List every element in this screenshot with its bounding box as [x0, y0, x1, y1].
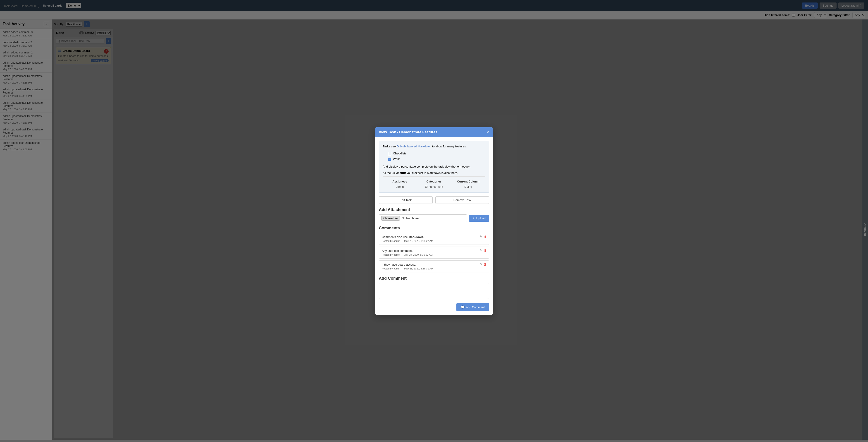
delete-comment-0-button[interactable]: 🗑: [484, 235, 487, 238]
comment-text-0: Comments also use Markdown.: [382, 235, 486, 239]
delete-comment-1-button[interactable]: 🗑: [484, 248, 487, 252]
markdown-bold: Markdown: [409, 235, 423, 239]
modal-body: Tasks use GitHub flavored Markdown to al…: [375, 137, 493, 315]
task-note1: And display a percentage complete on the…: [383, 165, 485, 169]
view-task-modal: View Task - Demonstrate Features × Tasks…: [375, 127, 493, 315]
modal-header: View Task - Demonstrate Features ×: [375, 127, 493, 137]
current-column-label: Current Column: [451, 179, 485, 184]
assignees-label: Assignees: [383, 179, 417, 184]
attachment-title: Add Attachment: [379, 207, 489, 212]
edit-comment-0-button[interactable]: ✎: [480, 235, 483, 238]
upload-icon: ⇧: [472, 216, 475, 220]
comment-actions-1: ✎ 🗑: [480, 248, 487, 252]
task-info-box: Tasks use GitHub flavored Markdown to al…: [379, 141, 489, 193]
comment-meta-2: Posted by admin — May 28, 2020, 8:36:31 …: [382, 267, 486, 270]
comments-section: Comments Comments also use Markdown. Pos…: [379, 226, 489, 272]
markdown-link[interactable]: GitHub flavored Markdown: [397, 145, 431, 148]
comment-actions-2: ✎ 🗑: [480, 262, 487, 266]
task-checklist: Checklists Work: [388, 151, 485, 162]
checklist-item-2: Work: [388, 156, 485, 162]
comment-actions-0: ✎ 🗑: [480, 235, 487, 238]
assignees-value: admin: [383, 184, 417, 189]
add-comment-textarea[interactable]: [379, 283, 489, 299]
modal-close-button[interactable]: ×: [487, 130, 489, 135]
usual-text: usual: [392, 171, 399, 175]
comment-meta-1: Posted by demo — May 28, 2020, 8:36:07 A…: [382, 254, 486, 256]
add-comment-section: Add Comment 💬 Add Comment: [379, 276, 489, 311]
comment-text-2: If they have board access.: [382, 263, 486, 266]
remove-task-button[interactable]: Remove Task: [435, 196, 489, 204]
comment-text-1: Any user can comment.: [382, 249, 486, 253]
choose-file-button[interactable]: Choose File: [381, 216, 400, 220]
file-input-wrapper: Choose File No file chosen: [379, 214, 467, 222]
current-column-value: Doing: [451, 184, 485, 189]
checked-icon: [388, 157, 391, 161]
categories-label: Categories: [417, 179, 451, 184]
current-column-col: Current Column Doing: [451, 179, 485, 189]
edit-comment-1-button[interactable]: ✎: [480, 248, 483, 252]
task-note2: All the usual stuff you'd expect in Mark…: [383, 171, 485, 176]
assignees-col: Assignees admin: [383, 179, 417, 189]
comments-title: Comments: [379, 226, 489, 231]
attachment-row: Choose File No file chosen ⇧ Upload: [379, 214, 489, 222]
comment-item-1: Any user can comment. Posted by demo — M…: [379, 246, 489, 259]
upload-button[interactable]: ⇧ Upload: [469, 215, 489, 222]
edit-task-button[interactable]: Edit Task: [379, 196, 433, 204]
add-comment-title: Add Comment: [379, 276, 489, 281]
comment-icon: 💬: [461, 305, 465, 309]
action-buttons: Edit Task Remove Task: [379, 196, 489, 204]
comment-item-2: If they have board access. Posted by adm…: [379, 260, 489, 272]
add-comment-button[interactable]: 💬 Add Comment: [456, 303, 489, 311]
task-intro: Tasks use GitHub flavored Markdown to al…: [383, 144, 485, 149]
unchecked-icon: [388, 152, 391, 155]
no-file-text: No file chosen: [402, 216, 420, 220]
modal-title: View Task - Demonstrate Features: [379, 130, 437, 134]
delete-comment-2-button[interactable]: 🗑: [484, 262, 487, 266]
comment-meta-0: Posted by admin — May 28, 2020, 8:35:27 …: [382, 240, 486, 242]
categories-value: Enhancement: [417, 184, 451, 189]
add-attachment-section: Add Attachment Choose File No file chose…: [379, 207, 489, 222]
checklist-item-1: Checklists: [388, 151, 485, 156]
comment-item-0: Comments also use Markdown. Posted by ad…: [379, 233, 489, 245]
modal-overlay: View Task - Demonstrate Features × Tasks…: [0, 0, 868, 440]
categories-col: Categories Enhancement: [417, 179, 451, 189]
edit-comment-2-button[interactable]: ✎: [480, 262, 483, 266]
meta-row: Assignees admin Categories Enhancement C…: [383, 176, 485, 189]
stuff-text: stuff: [399, 171, 406, 175]
